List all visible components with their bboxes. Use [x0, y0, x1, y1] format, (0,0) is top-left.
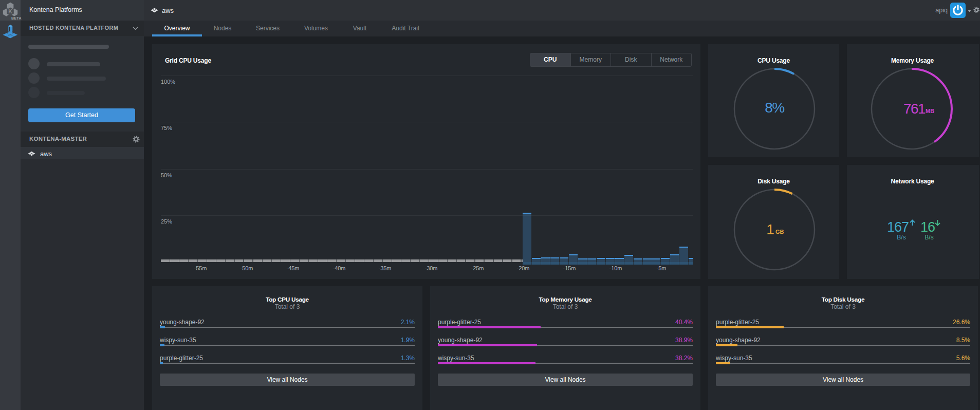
svg-text:K: K — [8, 8, 12, 14]
